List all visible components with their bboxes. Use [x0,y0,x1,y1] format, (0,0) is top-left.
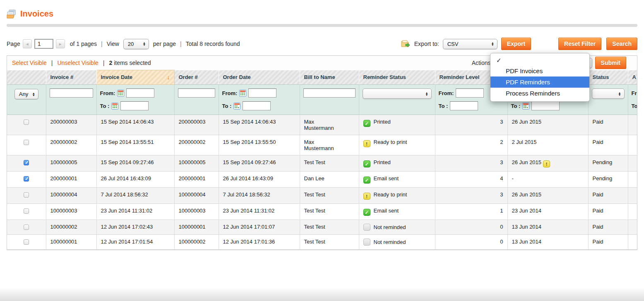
calendar-icon[interactable] [233,103,240,110]
cell-invoice-date: 12 Jun 2014 17:02:43 [96,220,174,235]
cell-reminder-status: Printed [374,159,391,165]
table-row[interactable]: 100000001 12 Jun 2014 17:01:54 100000002… [7,235,637,250]
row-checkbox[interactable] [24,140,29,145]
cell-invoice-number: 200000002 [46,135,96,155]
filter-bill-to-name-input[interactable] [303,88,356,98]
unselect-visible-link[interactable]: Unselect Visible [57,60,98,66]
table-row[interactable]: 200000001 26 Jul 2014 16:43:09 200000001… [7,172,637,188]
row-checkbox[interactable] [24,208,29,214]
cell-status: Paid [588,204,628,220]
col-order-date[interactable]: Order Date [219,70,300,85]
previous-page-button[interactable]: ◄ [23,39,32,48]
cell-reminder-status: Ready to print [374,139,407,145]
page-number-input[interactable] [34,39,53,49]
reminder-status-icon: ! [363,140,370,147]
dropdown-option-pdf-reminders[interactable]: PDF Reminders [490,76,589,88]
cell-reminder-level: 2 [435,135,507,155]
col-checkbox[interactable] [7,70,46,85]
reminder-status-icon: ! [363,193,370,200]
export-button[interactable]: Export [501,38,531,50]
select-stepper-icon [32,92,35,96]
reset-filter-button[interactable]: Reset Filter [558,38,601,50]
col-invoice-date[interactable]: Invoice Date ↓ [96,70,174,85]
from-label: From: [439,90,454,96]
filter-invoice-date-to-input[interactable] [120,101,149,110]
cell-reminder-date: 2 Jul 2015 [512,139,537,145]
reminder-status-icon: ✓ [363,160,370,167]
cell-reminder-date: 23 Jun 2014 [512,208,542,214]
cell-invoice-date: 15 Sep 2014 13:55:51 [96,135,174,155]
reminder-status-icon [363,224,370,231]
cell-reminder-status: Ready to print [374,191,407,198]
dropdown-option-pdf-invoices[interactable]: PDF Invoices [490,65,589,76]
filter-status-select[interactable] [592,88,625,99]
calendar-icon[interactable] [117,90,124,97]
calendar-icon[interactable] [111,103,118,110]
filter-order-date-to-input[interactable] [243,101,271,110]
cell-bill-to-name: Max Mustermann [304,139,341,151]
filter-next-reminder-to-input[interactable] [531,101,560,110]
cell-amount [628,204,637,220]
next-page-button[interactable]: ► [56,39,65,48]
total-pages-label: of 1 pages [70,41,97,47]
cell-invoice-date: 26 Jul 2014 16:43:09 [96,172,174,188]
table-row[interactable]: 200000003 15 Sep 2014 14:06:43 200000003… [7,115,637,135]
row-checkbox[interactable] [24,239,29,245]
view-label: View [107,41,119,47]
table-row[interactable]: 100000005 15 Sep 2014 09:27:46 100000005… [7,155,637,172]
row-checkbox[interactable] [24,176,29,182]
page-title: Invoices [20,9,53,19]
col-invoice-number[interactable]: Invoice # [46,70,96,85]
col-bill-to-name[interactable]: Bill to Name [300,70,359,85]
cell-reminder-date: 26 Jun 2015 [512,159,542,165]
invoices-icon [7,10,17,19]
filter-order-number-input[interactable] [178,88,215,98]
export-format-select[interactable]: CSV [443,39,497,49]
search-button[interactable]: Search [606,38,637,50]
cell-reminder-level: 3 [435,155,507,172]
table-row[interactable]: 100000004 7 Jul 2014 18:56:32 100000004 … [7,188,637,204]
dropdown-option-process-reminders[interactable]: Process Reminders [490,88,589,99]
col-amount[interactable]: A [628,70,637,85]
cell-invoice-number: 100000004 [46,188,96,204]
cell-invoice-number: 100000003 [46,204,96,220]
dropdown-empty-option[interactable]: ✓ [490,55,589,65]
table-row[interactable]: 200000002 15 Sep 2014 13:55:51 200000002… [7,135,637,155]
calendar-icon[interactable] [522,103,529,110]
col-order-number[interactable]: Order # [174,70,219,85]
filter-invoice-date-from-input[interactable] [126,88,154,98]
table-row[interactable]: 100000003 23 Jun 2014 11:31:02 100000003… [7,204,637,220]
row-checkbox[interactable] [24,192,29,198]
row-checkbox[interactable] [24,160,29,165]
separator: | [180,41,182,47]
row-checkbox[interactable] [24,225,29,230]
cell-reminder-date: - [512,175,514,182]
cell-order-date: 15 Sep 2014 13:55:50 [219,135,300,155]
actions-label: Actions [472,60,491,66]
select-visible-link[interactable]: Select Visible [12,60,47,66]
filter-invoice-number-input[interactable] [50,88,93,98]
to-label: To : [100,103,110,109]
filter-reminder-level-from-input[interactable] [456,88,484,98]
col-status[interactable]: Status [588,70,628,85]
cell-order-date: 12 Jun 2014 17:01:36 [219,235,300,250]
calendar-icon[interactable] [239,90,246,97]
cell-amount [628,135,637,155]
cell-bill-to-name: Test Test [304,159,341,165]
filter-order-date-from-input[interactable] [248,88,276,98]
cell-order-date: 15 Sep 2014 14:06:43 [219,115,300,135]
cell-reminder-date: 26 Jun 2015 [512,191,542,198]
submit-button[interactable]: Submit [595,57,626,69]
table-row[interactable]: 100000002 12 Jun 2014 17:02:43 100000001… [7,220,637,235]
cell-reminder-level: 0 [435,220,507,235]
footer-strip [0,287,644,301]
per-page-select[interactable]: 20 [123,39,149,49]
filter-any-select[interactable]: Any [14,89,38,99]
cell-order-date: 12 Jun 2014 17:01:07 [219,220,300,235]
row-checkbox[interactable] [24,119,29,125]
select-stepper-icon [143,42,146,46]
filter-reminder-status-select[interactable] [363,88,432,99]
page-label: Page [7,41,20,47]
filter-reminder-level-to-input[interactable] [450,101,478,110]
col-reminder-status[interactable]: Reminder Status [359,70,435,85]
